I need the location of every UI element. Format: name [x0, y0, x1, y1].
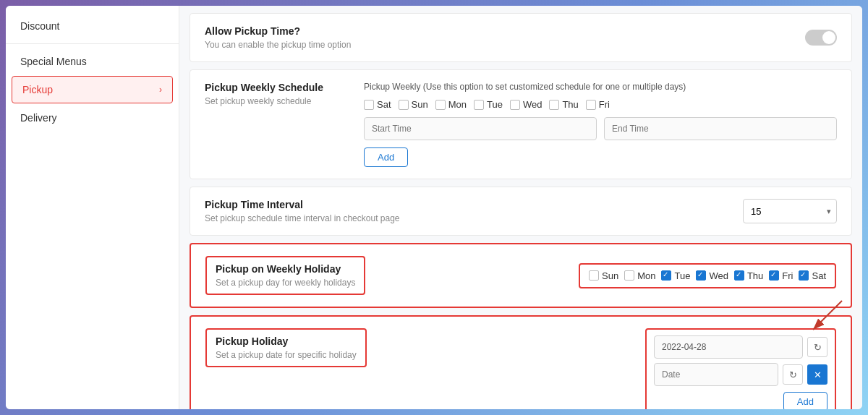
weekly-holiday-section: Pickup on Weekly Holiday Set a pickup da…: [190, 243, 852, 308]
holiday-day-mon: Mon: [624, 270, 655, 281]
sidebar-item-delivery-label: Delivery: [20, 112, 57, 124]
weekly-schedule-desc: Set pickup weekly schedule: [205, 96, 335, 106]
sidebar-item-pickup[interactable]: Pickup ›: [12, 76, 173, 103]
date-row-1: ↻: [654, 335, 827, 359]
day-fri: Fri: [586, 99, 610, 110]
date-input-1[interactable]: [654, 335, 803, 359]
chevron-right-icon: ›: [159, 85, 162, 95]
sidebar: Discount Special Menus Pickup › Delivery: [6, 6, 179, 409]
end-time-input[interactable]: [604, 117, 837, 140]
holiday-tue-label: Tue: [674, 270, 690, 281]
holiday-days-row: Sun Mon Tue Wed: [589, 270, 826, 281]
day-wed-label: Wed: [523, 99, 542, 110]
holiday-day-thu: Thu: [734, 270, 763, 281]
holiday-sun-label: Sun: [602, 270, 618, 281]
day-tue: Tue: [474, 99, 503, 110]
day-fri-label: Fri: [599, 99, 610, 110]
day-mon-label: Mon: [448, 99, 467, 110]
holiday-wed-label: Wed: [709, 270, 728, 281]
holiday-sun-checkbox[interactable]: [589, 270, 599, 281]
day-sun-checkbox[interactable]: [399, 100, 409, 110]
weekly-schedule-title: Pickup Weekly Schedule: [205, 82, 335, 93]
interval-select[interactable]: 5 10 15 20 30 60: [743, 199, 837, 223]
holiday-day-tue: Tue: [661, 270, 690, 281]
day-fri-checkbox[interactable]: [586, 100, 596, 110]
holiday-day-fri: Fri: [769, 270, 793, 281]
weekly-schedule-add-button[interactable]: Add: [364, 147, 408, 167]
day-mon-checkbox[interactable]: [435, 100, 446, 110]
pickup-holiday-desc: Set a pickup date for specific holiday: [216, 350, 357, 360]
holiday-thu-checkbox[interactable]: [734, 270, 744, 281]
main-content: Allow Pickup Time? You can enable the pi…: [179, 6, 862, 409]
sidebar-item-discount-label: Discount: [20, 20, 59, 32]
day-tue-label: Tue: [487, 99, 503, 110]
pickup-holiday-title: Pickup Holiday: [216, 335, 357, 347]
days-row: Sat Sun Mon Tue: [364, 99, 837, 110]
day-sat: Sat: [364, 99, 391, 110]
day-sat-checkbox[interactable]: [364, 100, 374, 110]
interval-select-wrapper: 5 10 15 20 30 60 ▾: [743, 199, 837, 223]
day-sun-label: Sun: [412, 99, 428, 110]
allow-pickup-toggle[interactable]: [805, 30, 837, 46]
holiday-day-wed: Wed: [696, 270, 728, 281]
refresh-icon-2[interactable]: ↻: [783, 364, 803, 385]
refresh-icon-1[interactable]: ↻: [807, 337, 827, 357]
weekly-label: Pickup Weekly (Use this option to set cu…: [364, 82, 837, 92]
day-sun: Sun: [399, 99, 428, 110]
day-sat-label: Sat: [377, 99, 391, 110]
sidebar-item-pickup-label: Pickup: [22, 84, 53, 95]
sidebar-divider-1: [6, 43, 179, 44]
pickup-holiday-add-button[interactable]: Add: [783, 392, 827, 409]
holiday-sat-checkbox[interactable]: [799, 270, 809, 281]
time-interval-section: Pickup Time Interval Set pickup schedule…: [190, 187, 852, 236]
holiday-fri-checkbox[interactable]: [769, 270, 779, 281]
date-input-2[interactable]: [654, 363, 778, 386]
holiday-tue-checkbox[interactable]: [661, 270, 671, 281]
sidebar-item-discount[interactable]: Discount: [6, 12, 179, 40]
time-inputs-row: [364, 117, 837, 140]
time-interval-desc: Set pickup schedule time interval in che…: [205, 213, 400, 223]
holiday-mon-checkbox[interactable]: [624, 270, 634, 281]
time-interval-title: Pickup Time Interval: [205, 199, 400, 210]
day-thu-checkbox[interactable]: [549, 100, 559, 110]
weekly-holiday-title: Pickup on Weekly Holiday: [216, 263, 355, 275]
holiday-fri-label: Fri: [782, 270, 793, 281]
sidebar-item-special-menus-label: Special Menus: [20, 56, 87, 67]
holiday-thu-label: Thu: [747, 270, 763, 281]
date-row-2: ↻ ✕: [654, 363, 827, 386]
day-wed: Wed: [510, 99, 542, 110]
remove-icon[interactable]: ✕: [807, 364, 827, 385]
day-wed-checkbox[interactable]: [510, 100, 520, 110]
weekly-schedule-section: Pickup Weekly Schedule Set pickup weekly…: [190, 69, 852, 179]
day-mon: Mon: [435, 99, 467, 110]
day-thu-label: Thu: [562, 99, 578, 110]
weekly-holiday-desc: Set a pickup day for weekly holidays: [216, 278, 355, 288]
holiday-sat-label: Sat: [812, 270, 826, 281]
allow-pickup-title: Allow Pickup Time?: [205, 25, 351, 37]
sidebar-item-delivery[interactable]: Delivery: [6, 103, 179, 132]
holiday-day-sat: Sat: [799, 270, 826, 281]
allow-pickup-section: Allow Pickup Time? You can enable the pi…: [190, 13, 852, 62]
sidebar-item-special-menus[interactable]: Special Menus: [6, 47, 179, 76]
day-tue-checkbox[interactable]: [474, 100, 484, 110]
start-time-input[interactable]: [364, 117, 597, 140]
pickup-holiday-section: Pickup Holiday Set a pickup date for spe…: [190, 315, 852, 409]
app-container: Discount Special Menus Pickup › Delivery…: [6, 6, 862, 409]
holiday-mon-label: Mon: [637, 270, 655, 281]
day-thu: Thu: [549, 99, 578, 110]
holiday-day-sun: Sun: [589, 270, 618, 281]
holiday-wed-checkbox[interactable]: [696, 270, 706, 281]
allow-pickup-desc: You can enable the pickup time option: [205, 40, 351, 50]
